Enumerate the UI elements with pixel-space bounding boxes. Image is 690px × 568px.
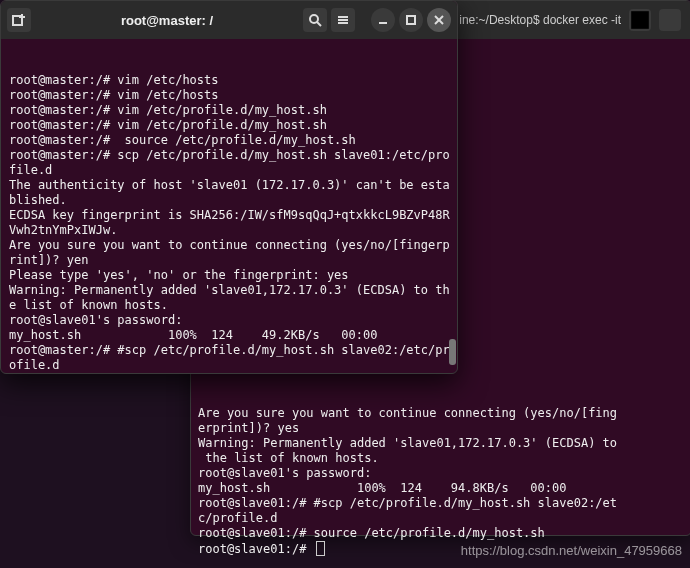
- search-icon: [308, 13, 322, 27]
- slave-terminal-body[interactable]: Are you sure you want to continue connec…: [190, 372, 664, 568]
- svg-rect-0: [631, 11, 649, 29]
- terminal-line: root@master:/# vim /etc/profile.d/my_hos…: [9, 118, 451, 133]
- back-titlebar-icon-1[interactable]: [629, 9, 651, 31]
- terminal-body[interactable]: root@master:/# vim /etc/hostsroot@master…: [1, 39, 457, 374]
- terminal-line: root@slave01's password:: [9, 313, 451, 328]
- back-title-text: ine:~/Desktop$ docker exec -it: [459, 13, 621, 27]
- cursor: [316, 541, 325, 556]
- search-button[interactable]: [303, 8, 327, 32]
- new-tab-button[interactable]: [7, 8, 31, 32]
- scrollbar-thumb[interactable]: [449, 339, 456, 365]
- terminal-line: my_host.sh 100% 124 94.8KB/s 00:00: [198, 481, 658, 496]
- terminal-line: root@master:/# vim /etc/profile.d/my_hos…: [9, 103, 451, 118]
- terminal-window-front[interactable]: root@master: / r: [0, 0, 458, 374]
- terminal-line: Please type 'yes', 'no' or the fingerpri…: [9, 268, 451, 283]
- terminal-line: root@slave01:/# #scp /etc/profile.d/my_h…: [198, 496, 658, 511]
- terminal-line: root@master:/# vim /etc/hosts: [9, 73, 451, 88]
- terminal-line: root@master:/# source /etc/profile.d/my_…: [9, 133, 451, 148]
- svg-rect-11: [407, 16, 415, 24]
- desktop: ine:~/Desktop$ docker exec -it /etc/host…: [0, 0, 690, 568]
- terminal-line: root@master:/# source /etc/profile.d/my_…: [9, 373, 451, 374]
- terminal-line: root@slave01's password:: [198, 466, 658, 481]
- terminal-line: Warning: Permanently added 'slave01,172.…: [198, 436, 658, 451]
- front-lines: root@master:/# vim /etc/hostsroot@master…: [9, 73, 451, 374]
- back-titlebar-icon-2[interactable]: [659, 9, 681, 31]
- slave-lines: Are you sure you want to continue connec…: [198, 406, 658, 557]
- terminal-line: the list of known hosts.: [198, 451, 658, 466]
- minimize-button[interactable]: [371, 8, 395, 32]
- watermark: https://blog.csdn.net/weixin_47959668: [461, 543, 682, 558]
- close-button[interactable]: [427, 8, 451, 32]
- terminal-line: root@master:/# scp /etc/profile.d/my_hos…: [9, 148, 451, 178]
- hamburger-icon: [336, 13, 350, 27]
- terminal-line: ECDSA key fingerprint is SHA256:/IW/sfM9…: [9, 208, 451, 238]
- window-title: root@master: /: [37, 13, 297, 28]
- terminal-line: root@master:/# vim /etc/hosts: [9, 88, 451, 103]
- titlebar: root@master: /: [1, 1, 457, 39]
- terminal-line: c/profile.d: [198, 511, 658, 526]
- terminal-line: Are you sure you want to continue connec…: [9, 238, 451, 268]
- terminal-line: erprint])? yes: [198, 421, 658, 436]
- terminal-line: Warning: Permanently added 'slave01,172.…: [9, 283, 451, 313]
- svg-line-6: [317, 22, 321, 26]
- maximize-button[interactable]: [399, 8, 423, 32]
- terminal-line: The authenticity of host 'slave01 (172.1…: [9, 178, 451, 208]
- new-tab-icon: [12, 13, 26, 27]
- maximize-icon: [406, 15, 416, 25]
- menu-button[interactable]: [331, 8, 355, 32]
- minimize-icon: [378, 15, 388, 25]
- terminal-line: my_host.sh 100% 124 49.2KB/s 00:00: [9, 328, 451, 343]
- terminal-line: Are you sure you want to continue connec…: [198, 406, 658, 421]
- svg-point-5: [310, 15, 318, 23]
- terminal-line: root@master:/# #scp /etc/profile.d/my_ho…: [9, 343, 451, 373]
- close-icon: [434, 15, 444, 25]
- terminal-line: root@slave01:/# source /etc/profile.d/my…: [198, 526, 658, 541]
